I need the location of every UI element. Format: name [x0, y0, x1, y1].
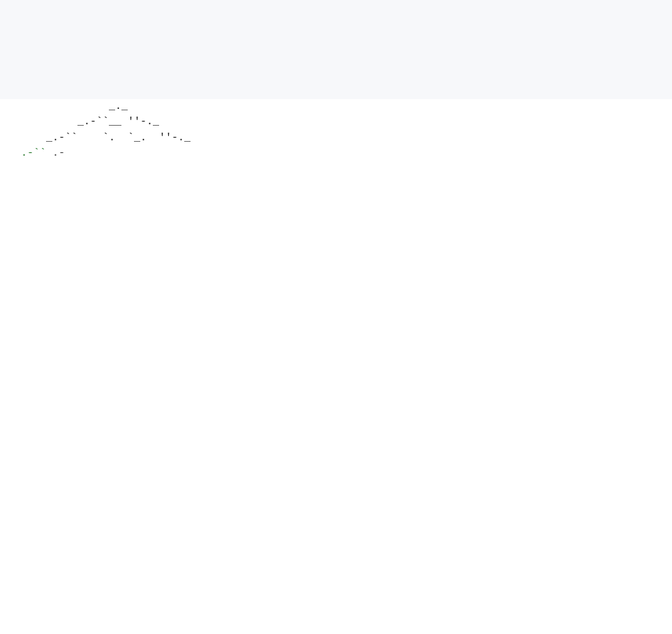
sentinel-startup-terminal — [0, 0, 672, 99]
redis-banner-block: _._ _.-``__ ''-._ _.-`` `. `_. ''-._ .-`… — [0, 99, 672, 162]
redis-ascii-logo: _._ _.-``__ ''-._ _.-`` `. `_. ''-._ .-`… — [0, 99, 191, 162]
